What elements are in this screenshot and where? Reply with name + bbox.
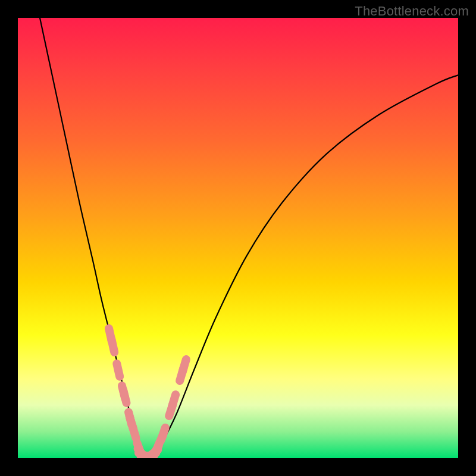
marker-pill	[117, 364, 120, 376]
marker-pill	[161, 428, 165, 440]
marker-pill	[172, 394, 176, 407]
bottleneck-curve	[40, 18, 458, 456]
plot-area	[18, 18, 458, 458]
marker-pill	[183, 359, 186, 372]
highlight-markers	[109, 328, 186, 458]
chart-frame: TheBottleneck.com	[0, 0, 476, 476]
marker-pill	[111, 340, 114, 352]
marker-pill	[123, 390, 126, 403]
chart-svg	[18, 18, 458, 458]
marker-pill	[132, 425, 136, 438]
watermark-text: TheBottleneck.com	[355, 4, 469, 19]
